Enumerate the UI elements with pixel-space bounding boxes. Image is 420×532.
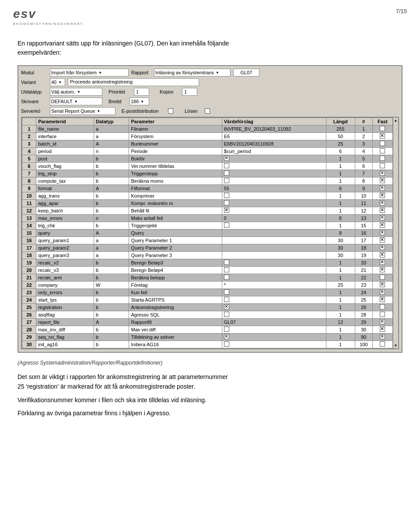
- cell-value: [222, 334, 326, 341]
- dialog-row-variant: Variant 40 ▼ Proceedo ankomstregistreing: [21, 78, 399, 86]
- cell-parameter: Beräkna moms: [129, 177, 222, 185]
- cell-value: [222, 155, 326, 163]
- cell-hash: 6: [355, 163, 372, 170]
- cell-hash: 20: [355, 259, 372, 267]
- cell-value: [222, 311, 326, 319]
- value-checkbox-empty: [224, 312, 229, 317]
- fast-checkbox-checked: [380, 193, 385, 198]
- cell-parameter: Beräkna belopp: [129, 274, 222, 282]
- cell-fast: [372, 237, 392, 244]
- cell-fast: [372, 222, 392, 229]
- table-row: 21recalc_amtbBeräkna belopp122: [22, 274, 393, 282]
- cell-num: 28: [22, 326, 36, 334]
- fast-checkbox-checked: [380, 267, 385, 272]
- cell-paramid: post: [36, 155, 94, 163]
- scroll-up-icon[interactable]: ▲: [394, 118, 398, 122]
- cell-length: 1: [326, 155, 355, 163]
- cell-num: 5: [22, 155, 36, 163]
- fast-checkbox-checked: [380, 230, 385, 235]
- fast-checkbox-empty: [380, 341, 385, 347]
- fast-checkbox-checked: [380, 319, 385, 324]
- epost-checkbox[interactable]: [168, 108, 173, 114]
- col-header-parameter: Parameter: [129, 118, 222, 125]
- cell-fast: [372, 192, 392, 200]
- page-number: 7/15: [396, 8, 407, 14]
- cell-paramid: company: [36, 282, 94, 289]
- cell-fast: [372, 207, 392, 215]
- losen-checkbox[interactable]: [205, 108, 210, 114]
- col-header-value: Värdeförslag: [222, 118, 326, 125]
- value-checkbox-empty: [224, 178, 229, 183]
- cell-hash: 11: [355, 200, 372, 207]
- table-row: 28max_inv_diffbMax ver.diff130: [22, 326, 393, 334]
- cell-num: 25: [22, 304, 36, 311]
- cell-fast: [372, 341, 392, 348]
- cell-num: 27: [22, 319, 36, 326]
- cell-fast: [372, 215, 392, 222]
- cell-length: 1: [326, 222, 355, 229]
- cell-value: 0: [222, 215, 326, 222]
- modul-value: Import från försystem: [51, 70, 97, 75]
- serverko-dropdown[interactable]: Serial Report Queue ▼: [50, 107, 116, 115]
- cell-datatype: b: [94, 296, 129, 304]
- cell-datatype: b: [94, 311, 129, 319]
- rapport-dropdown[interactable]: Inläsning av försystemtrans ▼: [154, 69, 231, 76]
- modul-dropdown[interactable]: Import från försystem ▼: [50, 69, 129, 76]
- cell-paramid: query_param2: [36, 244, 94, 252]
- cell-paramid: asqlflag: [36, 311, 94, 319]
- cell-parameter: Försystem: [129, 133, 222, 140]
- fast-checkbox-checked: [380, 289, 385, 295]
- intro-line2: exempelvärden:: [18, 49, 61, 56]
- cell-hash: 30: [355, 326, 372, 334]
- dialog-row-skrivare: Skrivare DEFAULT ▼ Bredd 186 ▼: [21, 97, 399, 105]
- cell-value: [222, 200, 326, 207]
- scrollbar[interactable]: ▲ ▼: [393, 118, 398, 348]
- table-row: 10agg_transbKomprimer110: [22, 192, 393, 200]
- cell-num: 30: [22, 341, 36, 348]
- cell-length: 1: [326, 267, 355, 274]
- cell-fast: [372, 185, 392, 192]
- skrivare-dropdown[interactable]: DEFAULT ▼: [50, 97, 102, 105]
- utdatatyp-label: Utdatatyp: [21, 89, 47, 94]
- table-row: 18query_param3aQuery Parameter 33019: [22, 252, 393, 259]
- variant-dropdown[interactable]: 40 ▼: [50, 78, 65, 86]
- cell-paramid: interface: [36, 133, 94, 140]
- cell-num: 6: [22, 163, 36, 170]
- table-row: 20recalc_v3bBeregn Beløp4121: [22, 267, 393, 274]
- bredd-dropdown[interactable]: 186 ▼: [130, 97, 149, 105]
- cell-datatype: b: [94, 192, 129, 200]
- fast-checkbox-empty: [380, 312, 385, 317]
- table-header-row: Parameterid Datatyp Parameter Värdeförsl…: [22, 118, 393, 125]
- cell-length: 12: [326, 319, 355, 326]
- cell-num: 20: [22, 267, 36, 274]
- cell-fast: [372, 163, 392, 170]
- prioritet-value: 1: [134, 88, 149, 96]
- cell-num: 1: [22, 125, 36, 133]
- fast-checkbox-empty: [380, 163, 385, 168]
- kopior-label: Kopior: [160, 89, 179, 94]
- fast-checkbox-checked: [380, 327, 385, 332]
- cell-paramid: max_inv_diff: [36, 326, 94, 334]
- cell-num: 26: [22, 311, 36, 319]
- cell-paramid: seq_no_flag: [36, 334, 94, 341]
- cell-datatype: b: [94, 222, 129, 229]
- cell-paramid: recalc_v2: [36, 259, 94, 267]
- kopior-value: 1: [182, 88, 197, 96]
- col-header-hash: #: [355, 118, 372, 125]
- cell-num: 2: [22, 133, 36, 140]
- cell-num: 21: [22, 274, 36, 282]
- cell-parameter: Tilldelning av sekver: [129, 334, 222, 341]
- cell-datatype: b: [94, 289, 129, 296]
- fast-checkbox-checked: [380, 215, 385, 220]
- fast-checkbox-checked: [380, 223, 385, 228]
- cell-datatype: A: [94, 140, 129, 148]
- variant-desc: Proceedo ankomstregistreing: [68, 78, 199, 86]
- cell-parameter: Initiera AG16: [129, 341, 222, 348]
- utdatatyp-dropdown[interactable]: Välj autom. ▼: [50, 88, 102, 96]
- cell-value: [222, 192, 326, 200]
- scroll-down-icon[interactable]: ▼: [394, 344, 398, 348]
- cell-num: 12: [22, 207, 36, 215]
- cell-fast: [372, 155, 392, 163]
- variant-label: Variant: [21, 80, 47, 85]
- cell-num: 19: [22, 259, 36, 267]
